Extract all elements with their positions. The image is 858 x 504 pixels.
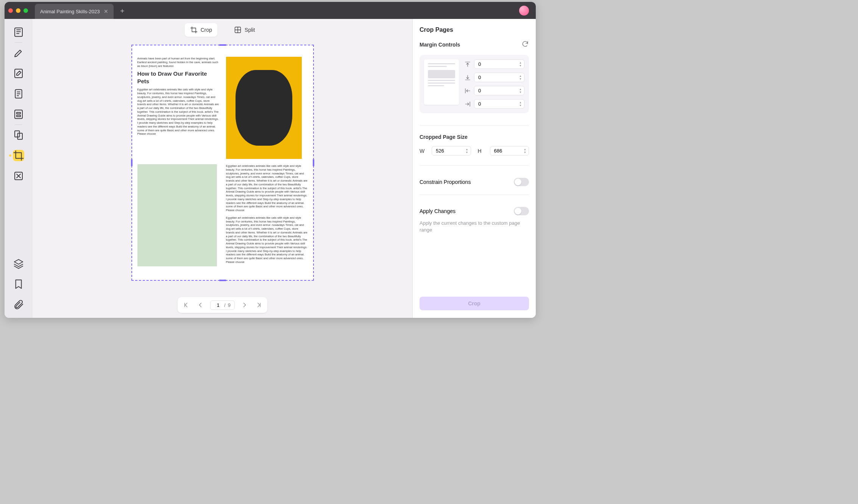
maximize-window-button[interactable] xyxy=(23,8,28,13)
crop-frame[interactable]: Animals have been part of human art from… xyxy=(131,45,314,281)
mode-toolbar: Crop Split xyxy=(33,19,412,37)
doc-image-pug xyxy=(226,57,302,159)
minimize-window-button[interactable] xyxy=(16,8,20,13)
margin-left-icon xyxy=(464,87,471,94)
margin-controls-label: Margin Controls xyxy=(420,42,460,48)
add-tab-button[interactable]: ＋ xyxy=(119,6,126,15)
titlebar: Animal Painting Skills-2023 ✕ ＋ xyxy=(5,2,536,19)
tab-title: Animal Painting Skills-2023 xyxy=(40,9,100,14)
crop-handle-bottom[interactable] xyxy=(219,280,226,281)
margin-right-input[interactable]: 0 ▲▼ xyxy=(474,99,524,109)
next-page-button[interactable] xyxy=(238,299,251,311)
constrain-label: Constrain Proportions xyxy=(420,179,471,185)
sidebar-separator xyxy=(15,124,22,125)
center-pane: Crop Split Animals have been xyxy=(33,19,412,318)
panel-divider xyxy=(420,194,529,195)
doc-heading: How to Draw Our Favorite Pets xyxy=(137,70,219,85)
close-window-button[interactable] xyxy=(8,8,13,13)
convert-tool[interactable] xyxy=(13,129,24,141)
app-window: Animal Painting Skills-2023 ✕ ＋ xyxy=(5,2,536,318)
pager-bar: / 9 xyxy=(33,297,412,318)
svg-rect-0 xyxy=(15,28,22,37)
constrain-toggle[interactable] xyxy=(514,178,529,186)
edit-tool[interactable] xyxy=(13,68,24,79)
svg-rect-7 xyxy=(18,133,23,139)
margin-right-icon xyxy=(464,101,471,107)
main-area: Crop Split Animals have been xyxy=(5,19,536,318)
width-input[interactable]: 526 ▲▼ xyxy=(432,146,471,156)
mode-split[interactable]: Split xyxy=(229,23,260,37)
attachment-icon[interactable] xyxy=(13,299,24,310)
sidebar-separator xyxy=(15,42,22,43)
svg-rect-5 xyxy=(17,115,20,117)
annotate-tool[interactable] xyxy=(13,47,24,59)
doc-body-3: Egyptian art celebrates animals like cat… xyxy=(226,216,308,264)
apply-changes-label: Apply Changes xyxy=(420,208,456,214)
crop-handle-right[interactable] xyxy=(313,159,314,166)
step-up[interactable]: ▲ xyxy=(519,61,522,64)
svg-rect-3 xyxy=(15,110,22,119)
form-tool[interactable] xyxy=(13,109,24,120)
crop-handle-top[interactable] xyxy=(219,44,226,46)
reset-margins-icon[interactable] xyxy=(521,40,529,49)
svg-rect-4 xyxy=(17,112,20,114)
doc-body-1: Egyptian art celebrates animals like cat… xyxy=(137,88,219,136)
prev-page-button[interactable] xyxy=(193,299,207,311)
margin-top-input[interactable]: 0 ▲▼ xyxy=(474,59,524,69)
doc-image-embroidery xyxy=(137,164,217,266)
width-label: W xyxy=(420,148,425,154)
crop-tool[interactable] xyxy=(13,150,24,161)
page-sep: / xyxy=(224,302,226,308)
margin-bottom-input[interactable]: 0 ▲▼ xyxy=(474,73,524,82)
first-page-button[interactable] xyxy=(179,299,193,311)
svg-rect-1 xyxy=(15,69,22,78)
panel-divider xyxy=(420,125,529,126)
page-tool[interactable] xyxy=(13,88,24,100)
current-page-input[interactable] xyxy=(214,302,222,308)
avatar[interactable] xyxy=(519,6,529,16)
height-input[interactable]: 686 ▲▼ xyxy=(490,146,529,156)
sidebar xyxy=(5,19,33,318)
pager: / 9 xyxy=(178,297,267,313)
last-page-button[interactable] xyxy=(252,299,266,311)
margin-left-input[interactable]: 0 ▲▼ xyxy=(474,86,524,95)
total-pages: 9 xyxy=(228,302,231,308)
bookmark-icon[interactable] xyxy=(13,278,24,290)
apply-help-text: Apply the current changes to the custom … xyxy=(420,220,529,233)
svg-rect-6 xyxy=(15,131,20,137)
panel-title: Crop Pages xyxy=(420,26,529,33)
page-indicator: / 9 xyxy=(210,300,235,310)
margin-controls: 0 ▲▼ 0 ▲▼ 0 xyxy=(420,55,529,113)
document-content: Animals have been part of human art from… xyxy=(137,57,308,266)
mode-crop[interactable]: Crop xyxy=(185,23,217,37)
crop-button[interactable]: Crop xyxy=(420,297,529,310)
margin-bottom-icon xyxy=(464,74,471,81)
cropped-size-label: Cropped Page Size xyxy=(420,134,468,140)
redact-tool[interactable] xyxy=(13,170,24,182)
canvas[interactable]: Animals have been part of human art from… xyxy=(33,37,412,297)
reader-tool[interactable] xyxy=(13,26,24,38)
apply-changes-toggle[interactable] xyxy=(514,207,529,215)
doc-body-2: Egyptian art celebrates animals like cat… xyxy=(226,164,308,212)
crop-handle-left[interactable] xyxy=(131,159,133,166)
doc-intro: Animals have been part of human art from… xyxy=(137,57,219,68)
mode-split-label: Split xyxy=(245,27,255,33)
close-tab-icon[interactable]: ✕ xyxy=(104,8,108,14)
layers-icon[interactable] xyxy=(13,258,24,269)
right-panel: Crop Pages Margin Controls 0 xyxy=(412,19,536,318)
panel-divider xyxy=(420,165,529,166)
document-tab[interactable]: Animal Painting Skills-2023 ✕ xyxy=(35,4,114,19)
margin-top-icon xyxy=(464,61,471,68)
step-down[interactable]: ▼ xyxy=(519,64,522,67)
margin-preview xyxy=(424,59,459,105)
window-controls xyxy=(8,8,28,13)
height-label: H xyxy=(478,148,483,154)
mode-crop-label: Crop xyxy=(201,27,212,33)
